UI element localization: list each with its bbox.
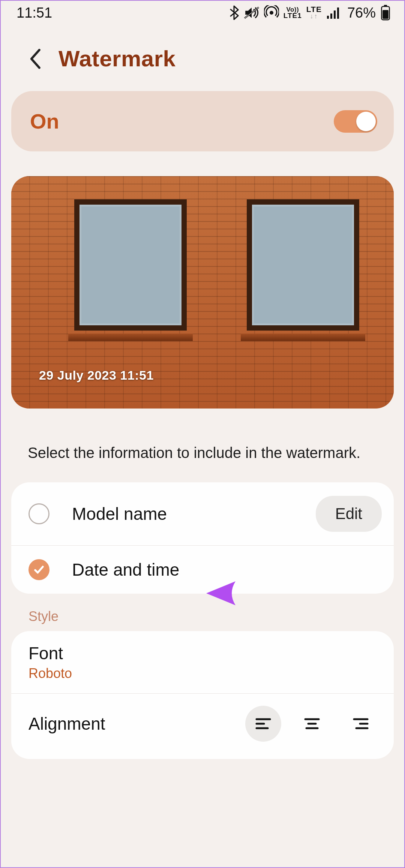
mute-icon xyxy=(244,5,260,20)
lte-data-icon: LTE↓↑ xyxy=(306,6,322,19)
font-title: Font xyxy=(28,643,376,663)
status-time: 11:51 xyxy=(16,5,52,21)
status-indicators: Vo))LTE1 LTE↓↑ 76% xyxy=(229,5,391,21)
bluetooth-icon xyxy=(229,5,239,20)
svg-rect-4 xyxy=(330,13,332,19)
align-center-icon xyxy=(303,716,321,731)
hotspot-icon xyxy=(264,5,279,20)
font-row[interactable]: Font Roboto xyxy=(11,631,394,693)
checkbox-unchecked-icon[interactable] xyxy=(28,503,50,524)
alignment-title: Alignment xyxy=(28,714,245,734)
align-left-icon xyxy=(254,716,272,731)
battery-icon xyxy=(380,5,391,21)
align-right-icon xyxy=(352,716,370,731)
checkbox-checked-icon[interactable] xyxy=(28,559,50,580)
volte-icon: Vo))LTE1 xyxy=(284,7,302,19)
master-toggle-switch[interactable] xyxy=(334,110,377,133)
svg-rect-3 xyxy=(327,16,329,19)
back-icon[interactable] xyxy=(28,48,42,70)
edit-button[interactable]: Edit xyxy=(316,496,382,532)
alignment-row: Alignment xyxy=(11,693,394,759)
section-heading-style: Style xyxy=(11,594,394,631)
bottom-fade xyxy=(1,762,404,867)
battery-percentage: 76% xyxy=(347,5,376,21)
svg-point-2 xyxy=(270,11,273,15)
master-toggle-label: On xyxy=(30,109,59,133)
font-value: Roboto xyxy=(28,666,376,681)
option-label: Date and time xyxy=(72,560,382,580)
align-left-button[interactable] xyxy=(245,706,281,742)
option-model-name[interactable]: Model name Edit xyxy=(11,482,394,545)
watermark-options-card: Model name Edit Date and time xyxy=(11,482,394,594)
option-label: Model name xyxy=(72,504,293,524)
master-toggle-card[interactable]: On xyxy=(11,91,394,151)
style-card: Font Roboto Alignment xyxy=(11,631,394,759)
signal-icon xyxy=(326,6,341,19)
svg-rect-9 xyxy=(382,10,388,19)
page-title: Watermark xyxy=(58,46,176,72)
status-bar: 11:51 Vo))LTE1 LTE↓↑ xyxy=(1,1,404,25)
watermark-preview: 29 July 2023 11:51 xyxy=(11,176,394,409)
align-center-button[interactable] xyxy=(294,706,330,742)
svg-rect-6 xyxy=(337,7,339,19)
option-date-time[interactable]: Date and time xyxy=(11,545,394,594)
helper-text: Select the information to include in the… xyxy=(11,409,394,482)
svg-rect-5 xyxy=(334,10,336,19)
page-header: Watermark xyxy=(1,25,404,91)
align-right-button[interactable] xyxy=(343,706,379,742)
preview-watermark-text: 29 July 2023 11:51 xyxy=(39,368,154,383)
